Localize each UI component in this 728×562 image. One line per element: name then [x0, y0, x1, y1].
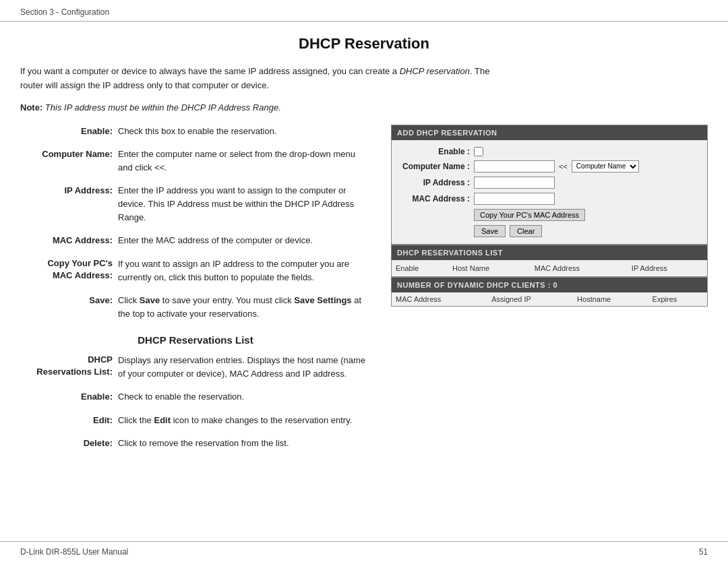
col-enable: Enable — [392, 261, 448, 275]
col-host-name: Host Name — [448, 261, 530, 275]
reservations-list-header: DHCP RESERVATIONS LIST — [392, 245, 707, 260]
copy-mac-label: Copy Your PC'sMAC Address: — [20, 257, 118, 284]
copy-mac-button[interactable]: Copy Your PC's MAC Address — [474, 209, 585, 221]
dynamic-col-hostname: Hostname — [573, 292, 648, 306]
save-desc: Click Save to save your entry. You must … — [118, 294, 371, 321]
action-buttons: Save Clear — [474, 225, 699, 237]
form-mac-address-label: MAC Address : — [400, 194, 474, 204]
computer-name-label: Computer Name: — [20, 148, 118, 175]
edit-row: Edit: Click the Edit icon to make change… — [20, 414, 371, 427]
copy-mac-desc: If you want to assign an IP address to t… — [118, 257, 371, 284]
reservations-header-row: Enable Host Name MAC Address IP Address — [392, 261, 707, 275]
footer-page-number: 51 — [699, 547, 708, 557]
dynamic-clients-thead: MAC Address Assigned IP Hostname Expires — [392, 292, 707, 306]
edit-label: Edit: — [20, 414, 118, 427]
note-paragraph: Note: This IP address must be within the… — [20, 102, 708, 113]
col-mac-address: MAC Address — [530, 261, 628, 275]
copy-mac-row: Copy Your PC'sMAC Address: If you want t… — [20, 257, 371, 284]
add-dhcp-panel: ADD DHCP RESERVATION Enable : Computer N… — [391, 125, 708, 245]
save-settings-bold: Save Settings — [294, 295, 351, 305]
edit-desc: Click the Edit icon to make changes to t… — [118, 414, 371, 427]
dynamic-col-mac: MAC Address — [392, 292, 487, 306]
form-ip-address-row: IP Address : — [400, 177, 699, 189]
computer-name-input[interactable] — [474, 160, 555, 173]
form-computer-name-row: Computer Name : << Computer Name — [400, 160, 699, 173]
mac-address-input[interactable] — [474, 193, 555, 205]
mac-address-row: MAC Address: Enter the MAC address of th… — [20, 234, 371, 247]
list-enable-desc: Check to enable the reservation. — [118, 390, 371, 404]
col-ip-address: IP Address — [628, 261, 707, 275]
ip-address-desc: Enter the IP address you want to assign … — [118, 184, 371, 224]
form-ip-address-label: IP Address : — [400, 178, 474, 187]
form-enable-label: Enable : — [400, 147, 474, 156]
dhcp-list-desc: Displays any reservation entries. Displa… — [118, 354, 371, 381]
save-label: Save: — [20, 294, 118, 321]
reservations-table: Enable Host Name MAC Address IP Address — [392, 261, 707, 275]
right-column: ADD DHCP RESERVATION Enable : Computer N… — [391, 125, 708, 307]
dynamic-col-expires: Expires — [648, 292, 707, 306]
page-title: DHCP Reservation — [20, 35, 708, 53]
page-footer: D-Link DIR-855L User Manual 51 — [0, 541, 728, 562]
dynamic-header-row: MAC Address Assigned IP Hostname Expires — [392, 292, 707, 306]
delete-label: Delete: — [20, 437, 118, 450]
dynamic-col-ip: Assigned IP — [487, 292, 573, 306]
list-enable-row: Enable: Check to enable the reservation. — [20, 390, 371, 404]
computer-name-row: Computer Name: Enter the computer name o… — [20, 148, 371, 175]
enable-desc: Check this box to enable the reservation… — [118, 125, 371, 138]
intro-paragraph: If you want a computer or device to alwa… — [20, 65, 492, 93]
ip-address-input[interactable] — [474, 177, 555, 189]
form-enable-row: Enable : — [400, 147, 699, 156]
computer-name-dropdown[interactable]: Computer Name — [572, 160, 639, 173]
form-computer-name-label: Computer Name : — [400, 162, 474, 171]
list-enable-label: Enable: — [20, 390, 118, 404]
save-bold: Save — [140, 295, 160, 305]
save-button[interactable]: Save — [474, 225, 506, 237]
page-header: Section 3 - Configuration — [0, 0, 728, 22]
dynamic-clients-panel: NUMBER OF DYNAMIC DHCP CLIENTS : 0 MAC A… — [391, 277, 708, 307]
computer-name-desc: Enter the computer name or select from t… — [118, 148, 371, 175]
mac-address-label: MAC Address: — [20, 234, 118, 247]
breadcrumb: Section 3 - Configuration — [20, 7, 109, 17]
dynamic-clients-table: MAC Address Assigned IP Hostname Expires — [392, 292, 707, 306]
computer-name-input-group: << Computer Name — [474, 160, 639, 173]
mac-address-desc: Enter the MAC address of the computer or… — [118, 234, 371, 247]
add-dhcp-body: Enable : Computer Name : << Computer Nam… — [392, 140, 707, 244]
reservations-list-panel: DHCP RESERVATIONS LIST Enable Host Name … — [391, 245, 708, 277]
dhcp-list-subtitle: DHCP Reservations List — [20, 334, 371, 346]
dynamic-clients-header: NUMBER OF DYNAMIC DHCP CLIENTS : 0 — [392, 278, 707, 292]
reservations-thead: Enable Host Name MAC Address IP Address — [392, 261, 707, 275]
form-mac-address-row: MAC Address : — [400, 193, 699, 205]
page-wrapper: Section 3 - Configuration DHCP Reservati… — [0, 0, 728, 562]
main-content: DHCP Reservation If you want a computer … — [0, 22, 728, 562]
note-label: Note: — [20, 102, 42, 113]
clear-button[interactable]: Clear — [510, 225, 542, 237]
footer-manual: D-Link DIR-855L User Manual — [20, 547, 128, 557]
edit-bold: Edit — [154, 415, 171, 425]
italic-term: DHCP reservation — [400, 66, 470, 76]
add-dhcp-header: ADD DHCP RESERVATION — [392, 125, 707, 140]
left-column: Enable: Check this box to enable the res… — [20, 125, 371, 460]
two-column-layout: Enable: Check this box to enable the res… — [20, 125, 708, 460]
reservations-list-body: Enable Host Name MAC Address IP Address — [392, 260, 707, 276]
ip-address-label: IP Address: — [20, 184, 118, 224]
dhcp-list-label: DHCPReservations List: — [20, 354, 118, 381]
less-less-btn[interactable]: << — [557, 162, 569, 170]
delete-desc: Click to remove the reservation from the… — [118, 437, 371, 450]
enable-row: Enable: Check this box to enable the res… — [20, 125, 371, 138]
note-text: This IP address must be within the DHCP … — [45, 102, 281, 113]
dhcp-list-row: DHCPReservations List: Displays any rese… — [20, 354, 371, 381]
save-row: Save: Click Save to save your entry. You… — [20, 294, 371, 321]
ip-address-row: IP Address: Enter the IP address you wan… — [20, 184, 371, 224]
enable-checkbox[interactable] — [474, 147, 483, 156]
delete-row: Delete: Click to remove the reservation … — [20, 437, 371, 450]
enable-label: Enable: — [20, 125, 118, 138]
